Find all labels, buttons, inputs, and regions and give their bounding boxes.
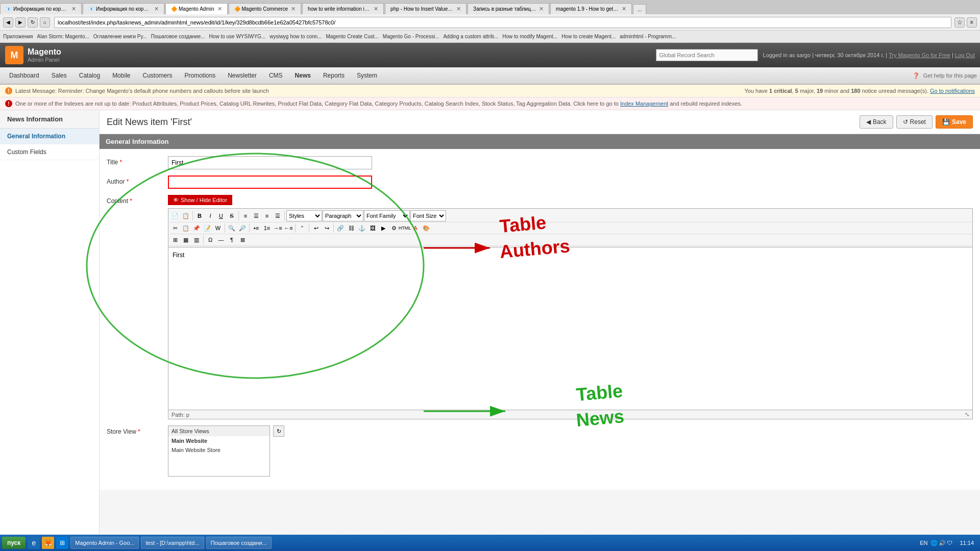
blockquote-btn[interactable]: "	[297, 223, 307, 233]
tab-0[interactable]: 📧 Информация по корпорати... ✕	[0, 3, 82, 14]
help-link[interactable]: ❓ Get help for this page	[913, 72, 977, 79]
global-search-input[interactable]	[656, 49, 758, 61]
star-button[interactable]: ☆	[954, 17, 965, 28]
sidebar-item-general[interactable]: General Information	[0, 129, 99, 144]
tab-7[interactable]: magento 1.9 - How to get al... ✕	[550, 3, 632, 14]
source-btn[interactable]: 📄	[170, 211, 180, 221]
font-size-select[interactable]: Font Size	[410, 210, 446, 221]
show-hide-editor-button[interactable]: 👁 Show / Hide Editor	[168, 195, 232, 205]
home-button[interactable]: ⌂	[40, 17, 50, 28]
align-right-btn[interactable]: ≡	[262, 211, 272, 221]
store-view-list[interactable]: All Store Views Main Website Main Websit…	[168, 425, 270, 477]
search-replace-btn[interactable]: 🔍	[227, 223, 237, 233]
all-store-views-option[interactable]: All Store Views	[168, 426, 270, 436]
bookmark-8[interactable]: Adding a custom attrib...	[443, 34, 498, 39]
bookmark-apps[interactable]: Приложения	[3, 34, 33, 39]
pagebreak-btn[interactable]: ⊠	[237, 235, 248, 245]
start-button[interactable]: пуск	[2, 537, 26, 549]
nav-dashboard[interactable]: Dashboard	[3, 69, 45, 82]
save-button[interactable]: 💾 Save	[936, 115, 973, 129]
main-website-store-item[interactable]: Main Website Store	[168, 445, 270, 455]
nav-news[interactable]: News	[289, 69, 317, 82]
media-btn[interactable]: ▶	[378, 223, 388, 233]
cut-btn[interactable]: ✂	[170, 223, 180, 233]
bookmark-9[interactable]: How to modify Magent...	[502, 34, 557, 39]
nav-promotions[interactable]: Promotions	[179, 69, 222, 82]
hline-btn[interactable]: —	[216, 235, 226, 245]
tab-close-2[interactable]: ✕	[217, 6, 222, 12]
bookmark-6[interactable]: Magento Create Cust...	[326, 34, 378, 39]
bookmark-11[interactable]: adminhtml - Programm...	[620, 34, 676, 39]
bold-btn[interactable]: B	[194, 211, 205, 221]
taskbar-btn-1[interactable]: test - [D:\xampp\htd...	[141, 537, 204, 549]
notifications-link[interactable]: Go to notifications	[930, 88, 975, 94]
bookmark-5[interactable]: wysiwyg how to conn...	[270, 34, 322, 39]
nav-sales[interactable]: Sales	[45, 69, 73, 82]
bookmark-7[interactable]: Magento Go - Processi...	[383, 34, 439, 39]
table-btn[interactable]: ⊞	[170, 235, 180, 245]
find-btn[interactable]: 🔎	[237, 223, 248, 233]
italic-btn[interactable]: I	[205, 211, 215, 221]
title-input[interactable]	[168, 156, 372, 169]
paste-text-btn[interactable]: 📝	[202, 223, 212, 233]
resize-handle[interactable]: ⤡	[965, 411, 969, 418]
back-button[interactable]: ◀	[3, 17, 13, 28]
reset-button[interactable]: ↺ Reset	[896, 115, 933, 129]
back-button[interactable]: ◀ Back	[860, 115, 893, 129]
outdent-btn[interactable]: ←≡	[283, 223, 293, 233]
paste-word-btn[interactable]: W	[213, 223, 223, 233]
tab-4[interactable]: how to write information in... ✕	[302, 3, 384, 14]
upgrade-link[interactable]: Try Magento Go for Free	[889, 52, 950, 58]
logout-link[interactable]: Log Out	[955, 52, 975, 58]
taskbar-btn-2[interactable]: Пошаговое создани...	[206, 537, 272, 549]
bookmark-10[interactable]: How to create Magent...	[561, 34, 616, 39]
tab-close-6[interactable]: ✕	[539, 6, 544, 12]
bookmark-1[interactable]: Alan Storm: Magento...	[37, 34, 89, 39]
tab-8[interactable]: ...	[633, 4, 646, 14]
tab-close-0[interactable]: ✕	[71, 6, 76, 12]
indent-btn[interactable]: →≡	[273, 223, 283, 233]
tab-1[interactable]: 📧 Информация по корпорати... ✕	[83, 3, 164, 14]
tab-6[interactable]: Запись в разные таблицы... ✕	[468, 3, 549, 14]
taskbar-win-icon[interactable]: ⊞	[56, 537, 68, 549]
url-input[interactable]	[54, 17, 951, 28]
tab-5[interactable]: php - How to Insert Values... ✕	[385, 3, 467, 14]
nav-cms[interactable]: CMS	[263, 69, 289, 82]
paste-btn[interactable]: 📌	[191, 223, 202, 233]
forward-button[interactable]: ▶	[15, 17, 26, 28]
image-btn[interactable]: 🖼	[368, 223, 378, 233]
bgcolor-btn[interactable]: 🎨	[421, 223, 431, 233]
tablecol-btn[interactable]: ▥	[191, 235, 202, 245]
align-left-btn[interactable]: ≡	[240, 211, 251, 221]
refresh-button[interactable]: ↻	[28, 17, 38, 28]
author-input[interactable]	[168, 176, 372, 189]
nav-reports[interactable]: Reports	[317, 69, 351, 82]
align-justify-btn[interactable]: ☰	[273, 211, 283, 221]
fontcolor-btn[interactable]: A	[410, 223, 421, 233]
char-btn[interactable]: Ω	[205, 235, 215, 245]
bookmark-4[interactable]: How to use WYSIWYG...	[209, 34, 266, 39]
wysiwyg-content[interactable]: First	[168, 247, 973, 410]
link-btn[interactable]: 🔗	[335, 223, 346, 233]
bullist-btn[interactable]: •≡	[251, 223, 261, 233]
unlink-btn[interactable]: ⛓	[346, 223, 356, 233]
underline-btn[interactable]: U	[216, 211, 226, 221]
nav-customers[interactable]: Customers	[136, 69, 178, 82]
tab-3[interactable]: 🔶 Magento Commerce ✕	[229, 3, 302, 14]
align-center-btn[interactable]: ☰	[251, 211, 261, 221]
copy-btn[interactable]: 📋	[181, 223, 191, 233]
tablerow-btn[interactable]: ▦	[181, 235, 191, 245]
tab-close-3[interactable]: ✕	[291, 6, 296, 12]
index-management-link[interactable]: Index Management	[620, 101, 668, 107]
styles-select[interactable]: Styles	[286, 210, 322, 221]
nav-catalog[interactable]: Catalog	[73, 69, 106, 82]
bookmark-2[interactable]: Оглавление книги Ру...	[93, 34, 147, 39]
sidebar-item-custom[interactable]: Custom Fields	[0, 144, 99, 160]
menu-button[interactable]: ≡	[967, 17, 977, 28]
tab-close-5[interactable]: ✕	[456, 6, 461, 12]
tab-2[interactable]: 🔶 Magento Admin ✕	[165, 3, 228, 14]
redo-btn[interactable]: ↪	[322, 223, 332, 233]
numlist-btn[interactable]: 1≡	[262, 223, 272, 233]
anchor-btn[interactable]: ⚓	[357, 223, 367, 233]
taskbar-ff-icon[interactable]: 🦊	[42, 537, 54, 549]
